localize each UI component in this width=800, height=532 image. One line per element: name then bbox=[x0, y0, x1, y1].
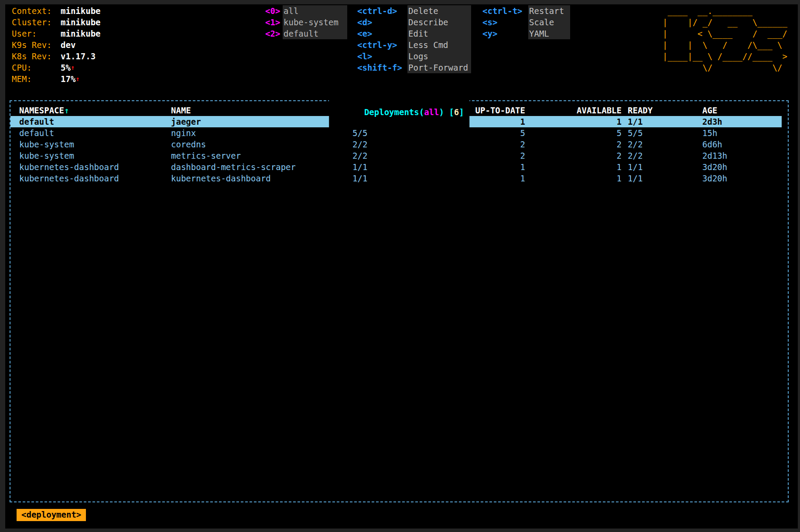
panel-title-paren: ( bbox=[419, 107, 424, 117]
hotkey-key: <d> bbox=[357, 17, 407, 28]
cell-age: 2d13h bbox=[702, 150, 782, 161]
hotkey-key: <1> bbox=[265, 17, 283, 28]
k9s-terminal: Context: minikube Cluster: minikube User… bbox=[5, 4, 798, 529]
breadcrumb-deployment[interactable]: <deployment> bbox=[17, 509, 86, 521]
namespace-hotkey-item[interactable]: <2> default bbox=[265, 28, 347, 39]
action-hotkey-item[interactable]: <ctrl-y> Less Cmd bbox=[357, 39, 471, 51]
action-hotkey-item[interactable]: <y> YAML bbox=[482, 28, 570, 39]
column-header-label: NAME bbox=[171, 106, 191, 115]
action-hotkey-item[interactable]: <ctrl-t> Restart bbox=[482, 5, 570, 17]
deployment-row[interactable]: kube-system metrics-server 2/2 2 2 2/2 2… bbox=[10, 150, 782, 161]
cell-ready-2: 1/1 bbox=[628, 161, 702, 173]
k9s-logo-line: \/ \/ bbox=[663, 62, 787, 73]
cell-age: 3d20h bbox=[702, 161, 782, 173]
cell-age: 2d3h bbox=[702, 116, 782, 127]
cell-available: 1 bbox=[525, 173, 628, 184]
namespace-hotkey-item[interactable]: <1> kube-system bbox=[265, 17, 347, 28]
hotkey-key: <s> bbox=[482, 17, 528, 28]
cluster-info-label: User: bbox=[12, 28, 61, 39]
namespace-hotkeys-menu: <0> all <1> kube-system <2> default bbox=[265, 5, 347, 39]
column-header-ready-2[interactable]: READY bbox=[628, 105, 702, 116]
hotkey-key: <ctrl-d> bbox=[357, 5, 407, 17]
panel-title: Deployments(all) [6] bbox=[329, 95, 469, 129]
cell-up-to-date: 1 bbox=[448, 161, 525, 173]
cell-ready: 2/2 bbox=[344, 139, 448, 150]
deployments-panel: Deployments(all) [6] NAMESPACE↑ NAME REA… bbox=[10, 100, 789, 502]
hotkey-key: <e> bbox=[357, 28, 407, 39]
action-hotkey-item[interactable]: <shift-f> Port-Forward bbox=[357, 62, 471, 73]
cell-up-to-date: 1 bbox=[448, 173, 525, 184]
deployment-row[interactable]: kubernetes-dashboard kubernetes-dashboar… bbox=[10, 173, 782, 184]
cluster-info-row: Cluster: minikube bbox=[12, 17, 101, 28]
hotkey-label: Less Cmd bbox=[407, 39, 471, 51]
cluster-info-panel: Context: minikube Cluster: minikube User… bbox=[12, 5, 101, 85]
column-header-available[interactable]: AVAILABLE bbox=[525, 105, 628, 116]
hotkey-label: kube-system bbox=[283, 17, 347, 28]
cluster-info-label: MEM: bbox=[12, 73, 61, 85]
cell-name: coredns bbox=[162, 139, 344, 150]
hotkey-key: <l> bbox=[357, 51, 407, 62]
cell-name: metrics-server bbox=[162, 150, 344, 161]
hotkey-label: Edit bbox=[407, 28, 471, 39]
cluster-info-row: K9s Rev: dev bbox=[12, 39, 101, 51]
cluster-info-label: Context: bbox=[12, 5, 61, 17]
cell-available: 2 bbox=[525, 150, 628, 161]
k9s-logo-line: | |/ _/ __ \______ bbox=[663, 17, 787, 28]
hotkey-label: Scale bbox=[528, 17, 570, 28]
hotkey-key: <ctrl-y> bbox=[357, 39, 407, 51]
panel-title-count: 6 bbox=[454, 107, 459, 117]
hotkey-key: <ctrl-t> bbox=[482, 5, 528, 17]
action-hotkey-item[interactable]: <l> Logs bbox=[357, 51, 471, 62]
cell-namespace: kubernetes-dashboard bbox=[10, 161, 162, 173]
hotkey-label: all bbox=[283, 5, 347, 17]
k9s-logo-line: | | \ / /\___ \ bbox=[663, 39, 787, 51]
action-hotkey-item[interactable]: <s> Scale bbox=[482, 17, 570, 28]
cluster-info-row: Context: minikube bbox=[12, 5, 101, 17]
cell-age: 15h bbox=[702, 127, 782, 139]
action-hotkey-item[interactable]: <e> Edit bbox=[357, 28, 471, 39]
deployment-row[interactable]: kube-system coredns 2/2 2 2 2/2 6d6h bbox=[10, 139, 782, 150]
cell-name: jaeger bbox=[162, 116, 344, 127]
action-hotkey-item[interactable]: <ctrl-d> Delete bbox=[357, 5, 471, 17]
hotkey-label: Describe bbox=[407, 17, 471, 28]
cell-namespace: kube-system bbox=[10, 150, 162, 161]
hotkey-label: Port-Forward bbox=[407, 62, 471, 73]
deployment-row[interactable]: kubernetes-dashboard dashboard-metrics-s… bbox=[10, 161, 782, 173]
cell-ready: 1/1 bbox=[344, 173, 448, 184]
cell-namespace: kube-system bbox=[10, 139, 162, 150]
cell-ready-2: 1/1 bbox=[628, 116, 702, 127]
hotkey-key: <shift-f> bbox=[357, 62, 407, 73]
cell-age: 3d20h bbox=[702, 173, 782, 184]
action-hotkey-item[interactable]: <d> Describe bbox=[357, 17, 471, 28]
metric-up-arrow-icon: ↑ bbox=[75, 73, 79, 85]
cell-ready: 2/2 bbox=[344, 150, 448, 161]
cell-ready-2: 2/2 bbox=[628, 139, 702, 150]
cluster-info-row: K8s Rev: v1.17.3 bbox=[12, 51, 101, 62]
cell-name: dashboard-metrics-scraper bbox=[162, 161, 344, 173]
hotkey-key: <y> bbox=[482, 28, 528, 39]
cluster-info-row: MEM: 17% ↑ bbox=[12, 73, 101, 85]
cell-namespace: default bbox=[10, 116, 162, 127]
namespace-hotkey-item[interactable]: <0> all bbox=[265, 5, 347, 17]
cell-ready-2: 1/1 bbox=[628, 173, 702, 184]
cell-namespace: default bbox=[10, 127, 162, 139]
hotkey-label: Restart bbox=[528, 5, 570, 17]
column-header-age[interactable]: AGE bbox=[702, 105, 782, 116]
cluster-info-value: 17% bbox=[61, 73, 75, 85]
hotkey-label: Delete bbox=[407, 5, 471, 17]
column-header-namespace[interactable]: NAMESPACE↑ bbox=[10, 105, 162, 116]
action-hotkeys-column-1: <ctrl-d> Delete <d> Describe <e> Edit <c… bbox=[357, 5, 471, 73]
cluster-info-value: dev bbox=[61, 39, 75, 51]
hotkey-label: YAML bbox=[528, 28, 570, 39]
column-header-name[interactable]: NAME bbox=[162, 105, 344, 116]
panel-title-bracket: [ bbox=[449, 107, 454, 117]
hotkey-label: Logs bbox=[407, 51, 471, 62]
column-header-label: NAMESPACE bbox=[19, 106, 64, 115]
cell-ready-2: 5/5 bbox=[628, 127, 702, 139]
cluster-info-value: minikube bbox=[61, 17, 101, 28]
cell-age: 6d6h bbox=[702, 139, 782, 150]
panel-title-namespace: all bbox=[424, 107, 439, 117]
k9s-logo-line: |____|__ \ /____//____ > bbox=[663, 51, 787, 62]
column-header-label: AVAILABLE bbox=[577, 106, 622, 115]
metric-up-arrow-icon: ↑ bbox=[71, 62, 75, 73]
